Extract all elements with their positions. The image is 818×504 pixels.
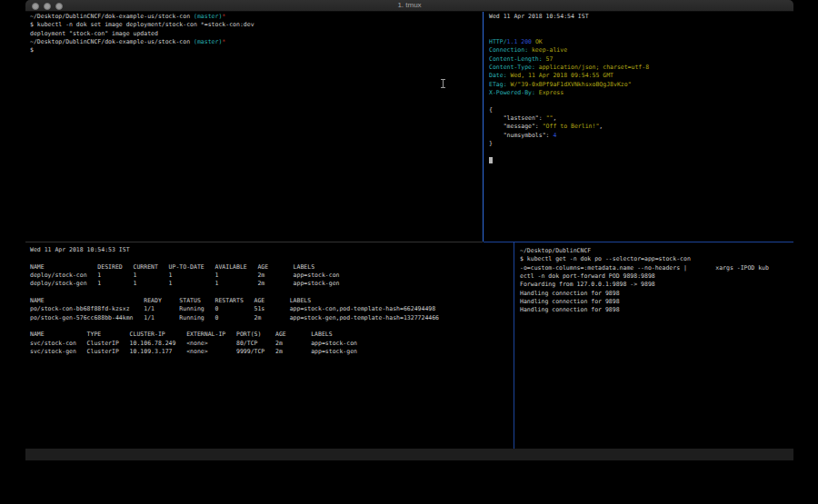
close-button[interactable] (32, 3, 39, 10)
terminal-line: ectl -n dok port-forward POD 9898:9898 (520, 272, 788, 281)
terminal-line: -o=custom-columns=:metadata.name --no-he… (520, 264, 788, 272)
pane-kubectl-get-resources[interactable]: Wed 11 Apr 2018 10:54:53 IST NAME DESIRE… (30, 246, 484, 446)
terminal-line (489, 21, 789, 29)
terminal-line: Wed 11 Apr 2018 10:54:53 IST (30, 246, 484, 254)
terminal-line: Handling connection for 9898 (520, 290, 788, 298)
minimize-button[interactable] (44, 3, 51, 10)
terminal-line: Date: Wed, 11 Apr 2018 09:54:55 GMT (489, 72, 789, 80)
pane-border-vertical-bottom[interactable] (514, 242, 514, 449)
terminal-line: Handling connection for 9898 (520, 306, 788, 314)
terminal-line: } (489, 140, 789, 148)
terminal-line: svc/stock-con ClusterIP 10.106.78.249 <n… (30, 340, 484, 348)
terminal-line: $ kubectl -n dok set image deployment/st… (30, 21, 457, 29)
desktop-background: { "window": { "title": "1. tmux" }, "col… (0, 0, 818, 504)
terminal-line: ~/Desktop/DublinCNCF (520, 247, 788, 255)
terminal-line: Wed 11 Apr 2018 10:54:54 IST (489, 13, 789, 21)
terminal-line: NAME DESIRED CURRENT UP-TO-DATE AVAILABL… (30, 263, 484, 272)
tmux-status-bar: demo 0:bash* ⎈ minikube : default (25, 449, 793, 460)
terminal-line (489, 148, 789, 156)
pane-border-vertical-top[interactable] (483, 12, 484, 242)
terminal-line: Content-Type: application/json; charset=… (489, 64, 789, 72)
window-titlebar[interactable]: 1. tmux (25, 0, 793, 12)
terminal-line (30, 322, 484, 331)
terminal-line: $ (30, 46, 457, 54)
tmux-content-area: ~/Desktop/DublinCNCF/dok-example-us/stoc… (25, 12, 793, 449)
terminal-line: HTTP/1.1 200 OK (489, 38, 789, 46)
pane-port-forward[interactable]: ~/Desktop/DublinCNCF$ kubectl get -n dok… (520, 247, 788, 445)
terminal-line: { (489, 106, 789, 114)
pane-http-response[interactable]: Wed 11 Apr 2018 10:54:54 IST HTTP/1.1 20… (489, 13, 789, 231)
terminal-line: deployment "stock-con" image updated (30, 30, 457, 38)
terminal-line: po/stock-con-bb68f88fd-kzsxz 1/1 Running… (30, 305, 484, 313)
terminal-line (489, 97, 789, 105)
terminal-window: 1. tmux ~/Desktop/DublinCNCF/dok-example… (25, 0, 793, 460)
terminal-line: Content-Length: 57 (489, 55, 789, 64)
terminal-line: $ kubectl get -n dok po --selector=app=s… (520, 255, 788, 263)
terminal-line: po/stock-gen-576cc688bb-44kmn 1/1 Runnin… (30, 314, 484, 322)
terminal-line (489, 157, 789, 165)
terminal-line: Handling connection for 9898 (520, 298, 788, 306)
terminal-line: "numsymbols": 4 (489, 132, 789, 140)
terminal-line: NAME TYPE CLUSTER-IP EXTERNAL-IP PORT(S)… (30, 331, 484, 339)
terminal-line: NAME READY STATUS RESTARTS AGE LABELS (30, 297, 484, 305)
terminal-line: ~/Desktop/DublinCNCF/dok-example-us/stoc… (30, 13, 457, 21)
terminal-line: Forwarding from 127.0.0.1:9898 -> 9898 (520, 281, 788, 289)
pane-border-horizontal-left[interactable] (25, 242, 483, 242)
pane-border-horizontal-right[interactable] (484, 242, 793, 242)
terminal-line (30, 289, 484, 297)
terminal-line: Connection: keep-alive (489, 46, 789, 54)
pane-shell-set-image[interactable]: ~/Desktop/DublinCNCF/dok-example-us/stoc… (30, 13, 457, 231)
terminal-line: ~/Desktop/DublinCNCF/dok-example-us/stoc… (30, 38, 457, 46)
terminal-line (489, 30, 789, 38)
terminal-line: "message": "Off to Berlin!", (489, 123, 789, 131)
terminal-line: "lastseen": "", (489, 114, 789, 123)
terminal-line: deploy/stock-con 1 1 1 1 2m app=stock-co… (30, 272, 484, 280)
traffic-lights (32, 3, 63, 10)
terminal-line: X-Powered-By: Express (489, 89, 789, 97)
terminal-line (30, 254, 484, 262)
mouse-ibeam-cursor (441, 79, 445, 88)
status-left: demo 0:bash* (30, 449, 84, 460)
terminal-line: deploy/stock-gen 1 1 1 1 2m app=stock-ge… (30, 280, 484, 288)
kube-status: ⎈ minikube : default (736, 449, 790, 460)
terminal-line: svc/stock-gen ClusterIP 10.109.3.177 <no… (30, 348, 484, 356)
zoom-button[interactable] (55, 3, 63, 10)
window-title: 1. tmux (25, 0, 793, 11)
terminal-line: ETag: W/"39-0xBPf9aF1dXVNkhsxoBQgJ8vKzo" (489, 81, 789, 89)
